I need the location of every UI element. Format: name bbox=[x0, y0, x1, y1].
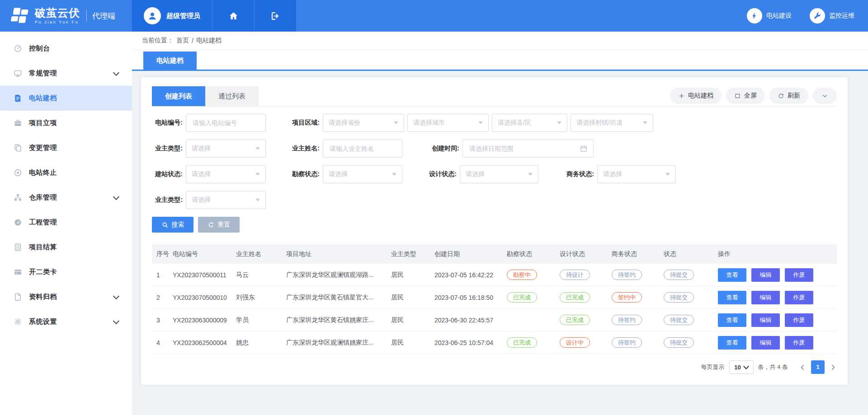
cell-design-status: 设计中 bbox=[560, 331, 612, 354]
sidebar-item-settings[interactable]: 系统设置 bbox=[0, 309, 132, 334]
view-button[interactable]: 查看 bbox=[718, 336, 746, 350]
void-button[interactable]: 作废 bbox=[785, 313, 813, 327]
page-tab-station-archive[interactable]: 电站建档 bbox=[143, 51, 197, 70]
table-row: 1YX2023070500011马云广东深圳龙华区观澜镇观湖路...居民2023… bbox=[152, 264, 837, 286]
breadcrumb-home[interactable]: 首页 bbox=[176, 37, 189, 45]
filter-select[interactable]: 请选择 bbox=[323, 165, 402, 183]
cell-index: 4 bbox=[152, 331, 173, 354]
monitor-icon bbox=[14, 69, 22, 78]
main-area: 创建列表 通过列表 电站建档全屏刷新 电站编号:项目区域:请选择省份请选择城市请… bbox=[132, 71, 868, 415]
create-station-button[interactable]: 电站建档 bbox=[670, 88, 722, 104]
tab-create-list[interactable]: 创建列表 bbox=[152, 86, 205, 106]
sidebar-item-target[interactable]: 电站终止 bbox=[0, 160, 132, 185]
search-button-label: 搜索 bbox=[172, 221, 184, 229]
filter-input[interactable] bbox=[323, 140, 402, 158]
pagination: 每页显示 10 条，共 4 条 1 bbox=[152, 360, 837, 374]
cell-station-code: YX2023062500004 bbox=[173, 331, 236, 354]
sidebar-item-card[interactable]: 开二类卡 bbox=[0, 260, 132, 284]
chevron-down-icon bbox=[113, 193, 119, 200]
filter-select[interactable]: 请选择 bbox=[186, 165, 266, 183]
logout-button[interactable] bbox=[254, 0, 296, 32]
nav-label: 监控运维 bbox=[829, 12, 854, 20]
view-button[interactable]: 查看 bbox=[718, 291, 746, 304]
nav-monitoring-ops[interactable]: 监控运维 bbox=[810, 8, 854, 23]
sidebar-item-document[interactable]: 电站建档 bbox=[0, 86, 132, 111]
toolbar-button-label: 刷新 bbox=[788, 92, 800, 100]
filter-input[interactable] bbox=[186, 114, 266, 132]
filter-select[interactable]: 请选择 bbox=[186, 140, 266, 158]
view-button[interactable]: 查看 bbox=[718, 268, 746, 282]
gauge-icon bbox=[14, 218, 22, 227]
refresh-button[interactable]: 刷新 bbox=[769, 88, 808, 104]
sidebar-item-monitor[interactable]: 常规管理 bbox=[0, 61, 132, 86]
filter-select[interactable]: 请选择村镇/街道 bbox=[571, 114, 653, 132]
collapse-button[interactable] bbox=[813, 88, 837, 104]
sidebar-item-copy[interactable]: 变更管理 bbox=[0, 135, 132, 160]
logout-icon bbox=[270, 11, 281, 21]
void-button[interactable]: 作废 bbox=[785, 268, 813, 282]
filter-select[interactable]: 请选择省份 bbox=[323, 114, 404, 132]
home-button[interactable] bbox=[212, 0, 254, 32]
caret-down-icon bbox=[478, 121, 483, 124]
status-badge: 待签约 bbox=[612, 315, 642, 325]
sidebar-item-label: 项目结算 bbox=[29, 243, 57, 252]
void-button[interactable]: 作废 bbox=[785, 336, 813, 350]
cell-survey-status: 已完成 bbox=[507, 331, 560, 354]
sidebar-item-calculator[interactable]: 项目结算 bbox=[0, 235, 132, 260]
filter-text-input[interactable] bbox=[192, 119, 260, 127]
cell-actions: 查看编辑作废 bbox=[718, 309, 837, 331]
filter-select[interactable]: 请选择城市 bbox=[407, 114, 489, 132]
user-menu[interactable]: 超级管理员 bbox=[132, 0, 212, 32]
page-size-select[interactable]: 10 bbox=[729, 360, 754, 374]
view-button[interactable]: 查看 bbox=[718, 313, 746, 327]
brand[interactable]: 破茧云伏 Po Jian Yun Fu 代理端 bbox=[0, 0, 132, 32]
sitemap-icon bbox=[14, 193, 22, 202]
filter-text-input[interactable] bbox=[329, 145, 396, 153]
sidebar-item-sitemap[interactable]: 仓库管理 bbox=[0, 185, 132, 210]
edit-button[interactable]: 编辑 bbox=[751, 336, 780, 350]
cell-owner-name: 刘强东 bbox=[236, 286, 286, 309]
breadcrumb-current: 电站建档 bbox=[196, 37, 222, 45]
sidebar-item-label: 仓库管理 bbox=[29, 193, 57, 202]
cell-business-status: 待签约 bbox=[612, 309, 664, 331]
void-button[interactable]: 作废 bbox=[785, 291, 813, 304]
edit-button[interactable]: 编辑 bbox=[751, 268, 780, 282]
sidebar-item-label: 开二类卡 bbox=[29, 268, 57, 276]
fullscreen-button[interactable]: 全屏 bbox=[726, 88, 765, 104]
next-page-button[interactable] bbox=[829, 364, 837, 371]
list-tabs: 创建列表 通过列表 bbox=[152, 86, 259, 106]
column-header: 勘察状态 bbox=[507, 244, 560, 264]
nav-label: 电站建设 bbox=[766, 12, 792, 20]
current-page[interactable]: 1 bbox=[811, 360, 825, 374]
sidebar-item-label: 资料归档 bbox=[29, 293, 57, 301]
search-button[interactable]: 搜索 bbox=[152, 217, 193, 233]
settings-icon bbox=[14, 317, 22, 326]
filter-select[interactable]: 请选择 bbox=[460, 165, 538, 183]
cell-owner-type: 居民 bbox=[391, 309, 434, 331]
sidebar-item-briefcase[interactable]: 项目立项 bbox=[0, 111, 132, 135]
filter-select[interactable]: 请选择县/区 bbox=[492, 114, 567, 132]
prev-page-button[interactable] bbox=[799, 364, 807, 371]
home-icon bbox=[228, 11, 239, 21]
select-placeholder: 请选择城市 bbox=[413, 119, 478, 127]
cell-business-status: 待签约 bbox=[612, 264, 664, 286]
sidebar-item-gauge[interactable]: 工程管理 bbox=[0, 210, 132, 235]
filter-date-input[interactable] bbox=[468, 145, 580, 153]
reset-button[interactable]: 重置 bbox=[198, 217, 240, 233]
sidebar-item-label: 电站建档 bbox=[29, 94, 57, 103]
per-page-label: 每页显示 bbox=[701, 363, 725, 371]
sidebar-item-archive[interactable]: 资料归档 bbox=[0, 284, 132, 309]
edit-button[interactable]: 编辑 bbox=[751, 291, 780, 304]
sidebar-item-dashboard[interactable]: 控制台 bbox=[0, 36, 132, 61]
filter-date[interactable] bbox=[462, 140, 594, 158]
filter-select[interactable]: 请选择 bbox=[597, 165, 676, 183]
filter-select[interactable]: 请选择 bbox=[186, 191, 266, 209]
caret-down-icon bbox=[394, 121, 398, 124]
tab-passed-list[interactable]: 通过列表 bbox=[205, 86, 259, 106]
nav-station-construction[interactable]: 电站建设 bbox=[747, 8, 792, 23]
edit-button[interactable]: 编辑 bbox=[751, 313, 780, 327]
filter-label: 电站编号: bbox=[152, 119, 183, 127]
card-head: 创建列表 通过列表 电站建档全屏刷新 bbox=[152, 86, 837, 107]
status-badge: 待签约 bbox=[612, 337, 642, 348]
filter-label: 创建时间: bbox=[402, 145, 459, 153]
